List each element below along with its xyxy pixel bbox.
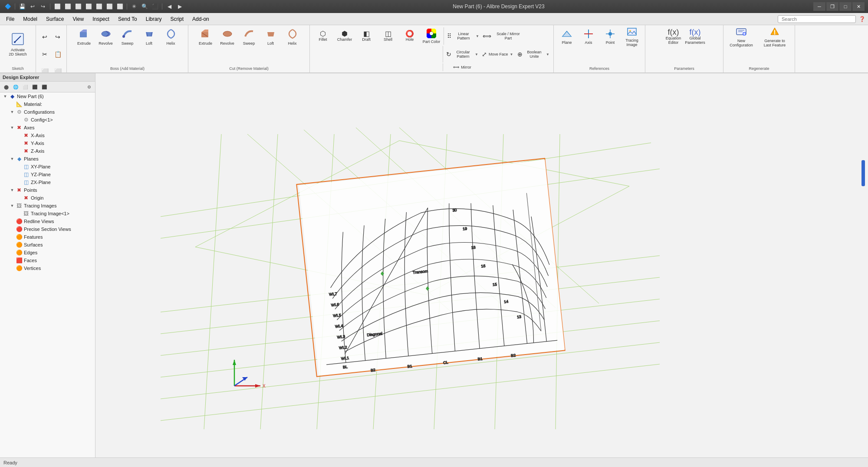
edit-btn-4[interactable]: 📋 — [52, 46, 64, 62]
menu-addon[interactable]: Add-on — [188, 14, 214, 24]
edit-btn-5[interactable]: ⬜ — [39, 63, 51, 73]
circular-pattern-button[interactable]: ↻ Circular Pattern ▼ — [445, 46, 480, 62]
menu-script[interactable]: Script — [166, 14, 188, 24]
point-button[interactable]: Point — [600, 27, 621, 46]
tree-item-planes[interactable]: ▼ ◆ Planes — [0, 155, 95, 163]
minimize-button[interactable]: ─ — [813, 2, 825, 11]
revolve-boss-label: Revolve — [99, 41, 113, 46]
fillet-label: Fillet — [319, 37, 327, 42]
tree-item-precise-section[interactable]: 🔴 Precise Section Views — [0, 225, 95, 233]
edit-btn-2[interactable]: ↪ — [52, 29, 64, 45]
tree-item-xyplane[interactable]: ◫ XY-Plane — [0, 163, 95, 171]
activate-2d-sketch-button[interactable]: Activate 2D Sketch — [3, 27, 33, 62]
toolbar-icon-1[interactable]: ⬜ — [53, 2, 62, 11]
toolbar-icon-8[interactable]: ✳ — [130, 2, 138, 11]
sidebar-icon-2[interactable]: 🌐 — [11, 82, 20, 91]
search-input[interactable] — [778, 15, 856, 23]
tree-item-yaxis[interactable]: ✖ Y-Axis — [0, 139, 95, 147]
helix-boss-button[interactable]: Helix — [161, 27, 181, 46]
chamfer-button[interactable]: ⬢ Chamfer — [334, 27, 355, 45]
sidebar-icon-3[interactable]: ⬜ — [21, 82, 30, 91]
restore-button[interactable]: ❐ — [826, 2, 838, 11]
toolbar-icon-11[interactable]: ◀ — [165, 2, 174, 11]
hole-button[interactable]: ⭕ Hole — [399, 27, 420, 45]
mirror-button[interactable]: ⟺ Mirror — [445, 63, 480, 71]
toolbar-icon-9[interactable]: 🔍 — [140, 2, 149, 11]
plane-button[interactable]: Plane — [556, 27, 577, 46]
toolbar-icon-2[interactable]: ⬜ — [63, 2, 72, 11]
sidebar-settings-icon[interactable]: ⚙ — [85, 82, 93, 91]
toolbar-icon-6[interactable]: ⬜ — [105, 2, 114, 11]
tree-item-faces[interactable]: 🟥 Faces — [0, 257, 95, 264]
shell-button[interactable]: ◫ Shell — [378, 27, 398, 45]
viewport[interactable]: BL WL1 WL2 WL3 WL4 WL5 WL6 WL7 B2 B1 CL … — [95, 73, 868, 458]
tree-item-material[interactable]: 📐 Material: — [0, 100, 95, 108]
edit-btn-3[interactable]: ✂ — [39, 46, 51, 62]
helix-cut-button[interactable]: Helix — [282, 27, 303, 46]
tree-item-config1[interactable]: ⚙ Config<1> — [0, 116, 95, 124]
toolbar-icon-4[interactable]: ⬜ — [84, 2, 93, 11]
global-parameters-button[interactable]: f(x) Global Parameters — [685, 27, 706, 46]
new-configuration-button[interactable]: New Configuration — [726, 27, 756, 46]
tree-item-points[interactable]: ▼ ✖ Points — [0, 186, 95, 194]
edit-btn-1[interactable]: ↩ — [39, 29, 51, 45]
fillet-button[interactable]: ⬡ Fillet — [312, 27, 333, 45]
help-icon[interactable]: ❓ — [858, 15, 866, 23]
tree-item-origin[interactable]: ✖ Origin — [0, 194, 95, 202]
revolve-boss-button[interactable]: Revolve — [95, 27, 116, 46]
quick-redo[interactable]: ↪ — [39, 2, 47, 11]
quick-undo[interactable]: ↩ — [28, 2, 37, 11]
tree-item-surfaces[interactable]: 🟠 Surfaces — [0, 241, 95, 249]
axis-button[interactable]: Axis — [578, 27, 599, 46]
sidebar-icon-1[interactable]: ⬤ — [2, 82, 10, 91]
toolbar-icon-10[interactable]: ⬛ — [151, 2, 159, 11]
tree-item-tracing-images[interactable]: ▼ 🖼 Tracing Images — [0, 202, 95, 210]
menu-model[interactable]: Model — [19, 14, 42, 24]
svg-text:B2: B2 — [511, 353, 516, 358]
sweep-boss-button[interactable]: Sweep — [117, 27, 138, 46]
tree-item-tracing-image1[interactable]: 🖼 Tracing Image<1> — [0, 210, 95, 217]
scale-mirror-button[interactable]: ⟺ Scale / Mirror Part — [481, 27, 525, 45]
tree-item-zaxis[interactable]: ✖ Z-Axis — [0, 147, 95, 155]
tree-item-features[interactable]: 🟠 Features — [0, 233, 95, 241]
move-face-button[interactable]: ⤢ Move Face ▼ — [480, 46, 515, 62]
toolbar-icon-3[interactable]: ⬜ — [74, 2, 82, 11]
toolbar-icon-12[interactable]: ▶ — [175, 2, 184, 11]
menu-surface[interactable]: Surface — [42, 14, 68, 24]
sidebar-icon-4[interactable]: ⬛ — [30, 82, 39, 91]
tree-item-vertices[interactable]: 🟠 Vertices — [0, 264, 95, 272]
extrude-cut-button[interactable]: Extrude — [195, 27, 216, 46]
tree-item-zxplane[interactable]: ◫ ZX-Plane — [0, 178, 95, 186]
linear-pattern-button[interactable]: ⠿ Linear Pattern ▼ — [446, 27, 480, 45]
close-button[interactable]: ✕ — [852, 2, 865, 11]
loft-cut-button[interactable]: Loft — [260, 27, 281, 46]
maximize-button[interactable]: □ — [839, 2, 852, 11]
menu-view[interactable]: View — [68, 14, 88, 24]
edit-btn-6[interactable]: ⬜ — [52, 63, 64, 73]
tree-item-redline-views[interactable]: 🔴 Redline Views — [0, 217, 95, 225]
tree-item-axes[interactable]: ▼ ✖ Axes — [0, 124, 95, 132]
quick-save[interactable]: 💾 — [18, 2, 26, 11]
tree-item-configurations[interactable]: ▼ ⚙ Configurations — [0, 108, 95, 116]
toolbar-icon-7[interactable]: ⬜ — [115, 2, 124, 11]
sweep-cut-button[interactable]: Sweep — [239, 27, 260, 46]
loft-boss-button[interactable]: Loft — [139, 27, 160, 46]
revolve-cut-button[interactable]: Revolve — [217, 27, 238, 46]
part-color-button[interactable]: Part Color — [421, 27, 442, 45]
toolbar-icon-5[interactable]: ⬜ — [95, 2, 103, 11]
menu-file[interactable]: File — [2, 14, 19, 24]
tree-item-part[interactable]: ▼ ◆ New Part (6) — [0, 92, 95, 100]
menu-inspect[interactable]: Inspect — [88, 14, 114, 24]
menu-sendto[interactable]: Send To — [114, 14, 141, 24]
equation-editor-button[interactable]: f(x) Equation Editor — [663, 27, 684, 46]
tree-item-xaxis[interactable]: ✖ X-Axis — [0, 132, 95, 139]
sidebar-icon-5[interactable]: ⬛ — [40, 82, 49, 91]
tree-item-edges[interactable]: 🟠 Edges — [0, 249, 95, 257]
tree-item-yzplane[interactable]: ◫ YZ-Plane — [0, 171, 95, 178]
extrude-boss-button[interactable]: Extrude — [74, 27, 95, 46]
generate-to-last-button[interactable]: Generate to Last Feature — [757, 27, 792, 46]
menu-library[interactable]: Library — [141, 14, 166, 24]
tracing-image-button[interactable]: Tracing Image — [621, 27, 642, 46]
boolean-unite-button[interactable]: ⊕ Boolean Unite ▼ — [516, 46, 551, 62]
draft-button[interactable]: ◧ Draft — [356, 27, 377, 45]
